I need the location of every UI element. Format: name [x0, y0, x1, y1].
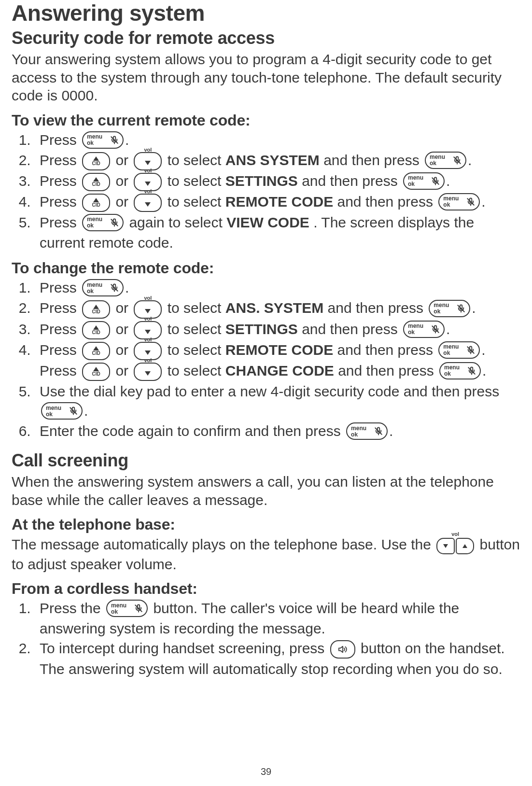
- step-text: and then press: [323, 152, 423, 168]
- triangle-down-icon: [145, 371, 151, 376]
- list-item: Press CID or vol to select REMOTE CODE a…: [35, 340, 520, 382]
- cid-up-key: CID: [82, 300, 110, 319]
- bold-term: ANS. SYSTEM: [225, 300, 323, 316]
- at-base-heading: At the telephone base:: [12, 516, 520, 533]
- step-text: Press: [40, 214, 81, 230]
- volume-up-icon: [456, 538, 474, 554]
- key-label: vol: [144, 336, 152, 343]
- step-text: or: [115, 300, 132, 316]
- step-text: and then press: [338, 363, 438, 379]
- step-text: or: [115, 342, 132, 358]
- mic-off-icon: [466, 197, 475, 206]
- list-item: Press CID or vol to select SETTINGS and …: [35, 320, 520, 340]
- bold-term: ANS SYSTEM: [225, 152, 320, 168]
- mic-off-icon: [453, 156, 462, 165]
- step-text: and then press: [328, 300, 428, 316]
- key-label: menu: [408, 323, 423, 329]
- key-label: menu: [443, 196, 459, 201]
- mic-off-icon: [457, 304, 465, 313]
- key-label: vol: [144, 295, 152, 302]
- handset-steps: Press the menuok button. The caller's vo…: [12, 599, 520, 679]
- mic-off-icon: [134, 604, 143, 613]
- triangle-up-icon: [93, 177, 99, 182]
- bold-term: SETTINGS: [225, 321, 298, 337]
- list-item: Press menuok again to select VIEW CODE .…: [35, 213, 520, 253]
- view-code-heading: To view the current remote code:: [12, 112, 520, 129]
- triangle-down-icon: [145, 330, 151, 334]
- key-label: ok: [434, 309, 449, 314]
- step-text: and then press: [302, 321, 402, 337]
- key-label: CID: [92, 203, 100, 208]
- triangle-down-icon: [145, 161, 151, 165]
- bold-term: CHANGE CODE: [225, 363, 334, 379]
- vol-down-key: vol: [134, 194, 162, 212]
- key-label: ok: [444, 371, 460, 377]
- call-screening-intro: When the answering system answers a call…: [12, 473, 520, 509]
- list-item: Press CID or vol to select SETTINGS and …: [35, 171, 520, 192]
- triangle-up-icon: [93, 305, 99, 309]
- key-label: menu: [430, 154, 445, 160]
- key-label: menu: [111, 603, 126, 608]
- step-text: .: [482, 363, 486, 379]
- list-item: Enter the code again to confirm and then…: [35, 421, 520, 442]
- step-text: or: [115, 152, 132, 168]
- cid-up-key: CID: [82, 173, 110, 191]
- menu-ok-key: menuok: [82, 279, 124, 296]
- at-base-text: The message automatically plays on the t…: [12, 535, 520, 573]
- step-text: Press: [40, 300, 81, 316]
- step-text: or: [115, 194, 132, 210]
- key-label: CID: [92, 351, 100, 356]
- key-label: ok: [46, 411, 61, 417]
- step-text: Use the dial key pad to enter a new 4-di…: [40, 383, 499, 399]
- mic-off-icon: [431, 325, 440, 334]
- menu-ok-key: menuok: [82, 131, 124, 149]
- step-text: Press: [40, 173, 81, 189]
- key-label: ok: [430, 160, 445, 166]
- volume-down-icon: [436, 538, 455, 554]
- mic-off-icon: [69, 407, 78, 415]
- key-label: ok: [87, 223, 102, 228]
- list-item: To intercept during handset screening, p…: [35, 639, 520, 679]
- key-label: ok: [111, 609, 126, 615]
- menu-ok-key: menuok: [439, 362, 481, 379]
- cid-up-key: CID: [82, 363, 110, 381]
- mic-off-icon: [110, 136, 119, 144]
- mic-off-icon: [110, 283, 119, 292]
- key-label: menu: [46, 405, 61, 411]
- step-text: and then press: [337, 194, 437, 210]
- list-item: Press CID or vol to select REMOTE CODE a…: [35, 192, 520, 213]
- key-label: vol: [144, 146, 152, 154]
- step-text: and then press: [337, 342, 437, 358]
- step-text: .: [468, 152, 472, 168]
- change-code-heading: To change the remote code:: [12, 259, 520, 277]
- list-item: Press menuok .: [35, 130, 520, 151]
- bold-term: REMOTE CODE: [225, 342, 333, 358]
- mic-off-icon: [431, 177, 440, 185]
- vol-down-key: vol: [134, 363, 162, 381]
- triangle-up-icon: [93, 367, 99, 371]
- step-text: .: [446, 173, 450, 189]
- step-text: Press the: [40, 600, 105, 616]
- menu-ok-key: menuok: [429, 300, 470, 317]
- cid-up-key: CID: [82, 321, 110, 339]
- cid-up-key: CID: [82, 152, 110, 170]
- key-label: CID: [92, 309, 100, 314]
- menu-ok-key: menuok: [438, 341, 480, 359]
- triangle-down-icon: [145, 351, 151, 355]
- menu-ok-key: menuok: [82, 214, 124, 231]
- list-item: Press menuok.: [35, 278, 520, 298]
- triangle-up-icon: [93, 325, 99, 330]
- page-number: 39: [261, 766, 271, 777]
- security-intro: Your answering system allows you to prog…: [12, 50, 520, 105]
- step-text: .: [125, 280, 129, 295]
- section-security-heading: Security code for remote access: [12, 28, 520, 48]
- mic-off-icon: [466, 346, 475, 354]
- page-title: Answering system: [12, 0, 520, 26]
- step-text: again to select: [129, 214, 226, 230]
- change-code-steps: Press menuok. Press CID or vol to select…: [12, 278, 520, 442]
- step-text: Press: [40, 342, 81, 358]
- bold-term: VIEW CODE: [226, 214, 309, 230]
- key-label: ok: [443, 202, 459, 208]
- menu-ok-key: menuok: [403, 321, 445, 338]
- step-text: To intercept during handset screening, p…: [40, 640, 329, 656]
